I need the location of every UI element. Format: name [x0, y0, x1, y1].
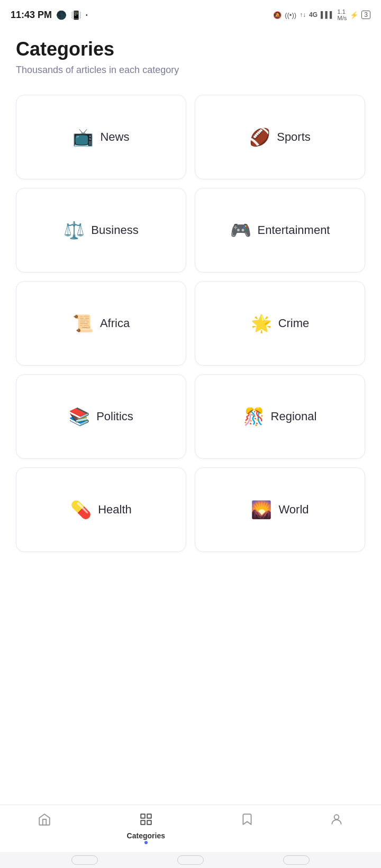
crime-icon: 🌟: [251, 315, 272, 332]
gesture-area: [0, 852, 381, 868]
wifi-icon: ((•)): [285, 11, 296, 19]
page-subtitle: Thousands of articles in each category: [16, 65, 365, 76]
africa-label: Africa: [100, 317, 130, 330]
nav-item-categories[interactable]: Categories: [127, 812, 165, 840]
entertainment-label: Entertainment: [258, 223, 330, 237]
status-icon-moon: 🌑: [56, 10, 67, 20]
bell-muted-icon: 🔕: [273, 11, 282, 19]
categories-grid: 📺News🏈Sports⚖️Business🎮Entertainment📜Afr…: [16, 95, 365, 552]
svg-rect-3: [147, 820, 151, 825]
nav-active-dot: [144, 841, 148, 844]
politics-label: Politics: [96, 410, 133, 423]
signal-icon: ↑↓: [300, 11, 306, 19]
world-icon: 🌄: [251, 501, 272, 518]
category-card-sports[interactable]: 🏈Sports: [195, 95, 365, 179]
regional-label: Regional: [271, 410, 317, 423]
categories-icon: [139, 812, 153, 829]
news-label: News: [100, 130, 129, 144]
business-label: Business: [91, 223, 138, 237]
nav-label-categories: Categories: [127, 831, 165, 840]
politics-icon: 📚: [69, 408, 90, 425]
world-label: World: [278, 503, 309, 517]
sports-label: Sports: [277, 130, 311, 144]
entertainment-icon: 🎮: [230, 222, 251, 239]
category-card-africa[interactable]: 📜Africa: [16, 281, 186, 366]
bottom-nav: Categories: [0, 804, 381, 852]
category-card-health[interactable]: 💊Health: [16, 467, 186, 552]
battery-icon: ⚡: [350, 11, 358, 19]
status-right-icons: 🔕 ((•)) ↑↓ 4G ▌▌▌ 1.1M/s ⚡ 3: [273, 8, 370, 21]
news-icon: 📺: [72, 129, 94, 146]
category-card-news[interactable]: 📺News: [16, 95, 186, 179]
status-bar: 11:43 PM 🌑 📳 • 🔕 ((•)) ↑↓ 4G ▌▌▌ 1.1M/s …: [0, 0, 381, 28]
crime-label: Crime: [278, 317, 310, 330]
page-title: Categories: [16, 38, 365, 60]
svg-rect-0: [141, 814, 145, 818]
category-card-world[interactable]: 🌄World: [195, 467, 365, 552]
main-content: Categories Thousands of articles in each…: [0, 28, 381, 804]
status-dot: •: [86, 12, 88, 18]
status-icon-vibrate: 📳: [71, 10, 81, 20]
gesture-recents: [283, 855, 310, 865]
sports-icon: 🏈: [249, 129, 270, 146]
category-card-entertainment[interactable]: 🎮Entertainment: [195, 188, 365, 273]
gesture-back: [71, 855, 98, 865]
nav-item-bookmarks[interactable]: [240, 812, 254, 830]
battery-level: 3: [361, 11, 370, 19]
category-card-regional[interactable]: 🎊Regional: [195, 374, 365, 459]
nav-item-home[interactable]: [38, 812, 51, 830]
speed-label: 1.1M/s: [338, 8, 347, 21]
regional-icon: 🎊: [243, 408, 265, 425]
gesture-home: [177, 855, 204, 865]
category-card-politics[interactable]: 📚Politics: [16, 374, 186, 459]
person-icon: [330, 812, 343, 830]
nav-item-profile[interactable]: [330, 812, 343, 830]
svg-point-4: [334, 815, 339, 819]
health-label: Health: [98, 503, 132, 517]
home-icon: [38, 812, 51, 830]
network-4g-icon: 4G: [309, 11, 318, 19]
signal-bars-icon: ▌▌▌: [321, 11, 334, 19]
category-card-business[interactable]: ⚖️Business: [16, 188, 186, 273]
africa-icon: 📜: [72, 315, 94, 332]
svg-rect-2: [141, 820, 145, 825]
svg-rect-1: [147, 814, 151, 818]
health-icon: 💊: [70, 501, 92, 518]
category-card-crime[interactable]: 🌟Crime: [195, 281, 365, 366]
bookmark-icon: [240, 812, 254, 830]
business-icon: ⚖️: [64, 222, 85, 239]
status-time: 11:43 PM: [11, 10, 52, 21]
